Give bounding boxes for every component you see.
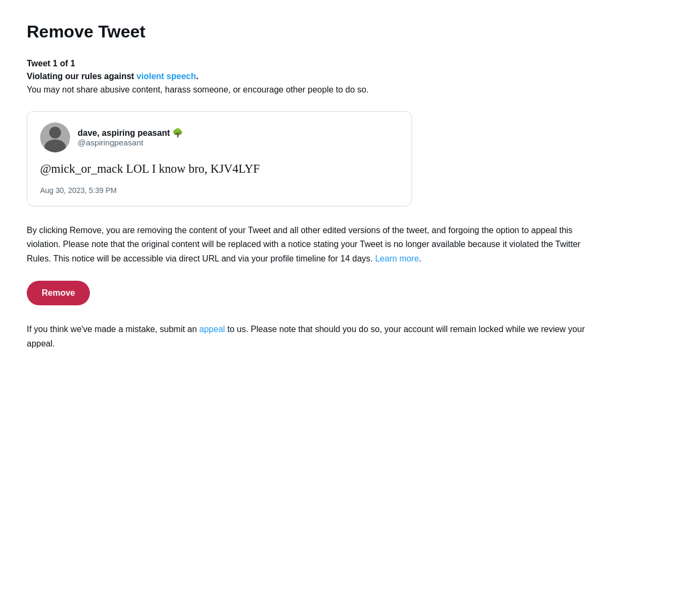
tweet-info-section: Tweet 1 of 1 Violating our rules against…: [27, 59, 658, 96]
appeal-text-before-link: If you think we've made a mistake, submi…: [27, 325, 199, 334]
author-handle: @aspiringpeasant: [78, 138, 183, 147]
violation-description: You may not share abusive content, haras…: [27, 83, 658, 96]
violation-label: Violating our rules against violent spee…: [27, 72, 658, 81]
violation-period: .: [196, 72, 198, 81]
violation-prefix: Violating our rules against: [27, 72, 136, 81]
learn-more-link[interactable]: Learn more: [375, 254, 419, 263]
avatar: [40, 122, 70, 152]
appeal-link[interactable]: appeal: [199, 325, 225, 334]
author-info: dave, aspiring peasant 🌳 @aspiringpeasan…: [78, 128, 183, 147]
disclaimer-text-before-link: By clicking Remove, you are removing the…: [27, 226, 581, 263]
disclaimer-text: By clicking Remove, you are removing the…: [27, 224, 589, 266]
remove-button[interactable]: Remove: [27, 281, 90, 305]
disclaimer-text-after-link: .: [419, 254, 421, 263]
tweet-author-row: dave, aspiring peasant 🌳 @aspiringpeasan…: [40, 122, 399, 152]
tweet-timestamp: Aug 30, 2023, 5:39 PM: [40, 186, 117, 195]
tweet-text: @mick_or_mack LOL I know bro, KJV4LYF: [40, 160, 399, 178]
tweet-card: dave, aspiring peasant 🌳 @aspiringpeasan…: [27, 111, 412, 206]
page-title: Remove Tweet: [27, 21, 658, 42]
tweet-counter: Tweet 1 of 1: [27, 59, 658, 68]
violent-speech-link[interactable]: violent speech: [136, 72, 196, 81]
author-name: dave, aspiring peasant 🌳: [78, 128, 183, 138]
appeal-text: If you think we've made a mistake, submi…: [27, 322, 589, 351]
